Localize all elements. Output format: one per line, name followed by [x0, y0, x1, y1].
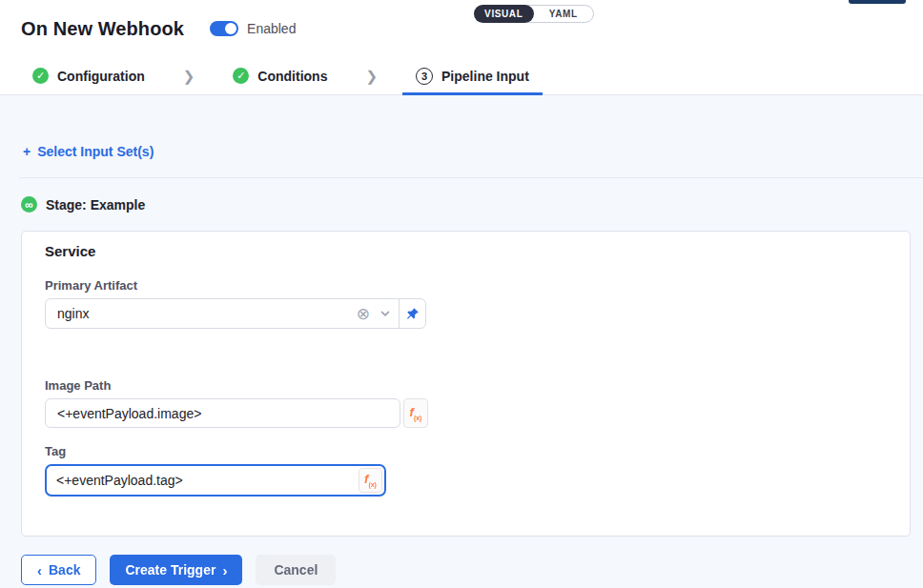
fx-icon: f(x)	[364, 473, 377, 488]
stage-header: ∞ Stage: Example	[21, 196, 923, 213]
chevron-right-icon: ❯	[329, 68, 414, 85]
cutoff-button[interactable]	[849, 0, 906, 4]
divider	[19, 177, 923, 178]
tab-label: Configuration	[57, 69, 145, 84]
primary-artifact-select[interactable]: nginx ⊗	[45, 298, 426, 329]
tag-input-group: f(x)	[45, 464, 386, 497]
wizard-tabs: ✓ Configuration ❯ ✓ Conditions ❯ 3 Pipel…	[0, 57, 923, 95]
tab-visual[interactable]: VISUAL	[474, 5, 534, 23]
pipeline-input-panel: + Select Input Set(s) ∞ Stage: Example S…	[0, 95, 923, 585]
tab-configuration[interactable]: ✓ Configuration	[31, 57, 147, 94]
chevron-left-icon: ‹	[37, 563, 42, 578]
check-icon: ✓	[233, 68, 249, 84]
tag-input[interactable]	[47, 466, 359, 495]
tab-label: Pipeline Input	[441, 69, 529, 84]
tab-label: Conditions	[257, 69, 327, 84]
title-bar: On New Webhook Enabled VISUAL YAML	[0, 0, 923, 57]
tab-conditions[interactable]: ✓ Conditions	[231, 57, 329, 94]
primary-artifact-value: nginx	[46, 306, 351, 321]
chevron-right-icon: ›	[222, 563, 227, 578]
enabled-label: Enabled	[247, 21, 296, 36]
chevron-right-icon: ❯	[147, 68, 232, 85]
pin-button[interactable]	[399, 299, 425, 328]
step-number-icon: 3	[416, 68, 433, 85]
clear-icon[interactable]: ⊗	[351, 306, 376, 322]
toggle-knob	[225, 23, 236, 34]
select-input-sets-link[interactable]: + Select Input Set(s)	[23, 144, 154, 159]
visual-yaml-switch: VISUAL YAML	[474, 5, 594, 23]
service-card: Service Primary Artifact nginx ⊗ Image P…	[21, 231, 911, 537]
tag-label: Tag	[45, 444, 887, 458]
tab-pipeline-input[interactable]: 3 Pipeline Input	[414, 57, 531, 94]
cancel-button[interactable]: Cancel	[256, 555, 336, 585]
service-heading: Service	[45, 243, 887, 259]
chevron-down-icon[interactable]	[376, 308, 399, 319]
footer-actions: ‹ Back Create Trigger › Cancel	[21, 555, 923, 585]
create-trigger-button[interactable]: Create Trigger ›	[110, 555, 242, 585]
expression-fx-button[interactable]: f(x)	[403, 398, 428, 428]
page-title: On New Webhook	[21, 18, 184, 40]
plus-icon: +	[23, 144, 31, 159]
expression-fx-button[interactable]: f(x)	[359, 468, 382, 493]
select-input-sets-label: Select Input Set(s)	[37, 144, 154, 159]
primary-artifact-label: Primary Artifact	[45, 278, 887, 293]
image-path-input[interactable]	[45, 398, 400, 428]
image-path-label: Image Path	[45, 378, 887, 393]
stage-deploy-icon: ∞	[21, 196, 37, 213]
stage-label: Stage: Example	[46, 197, 145, 213]
page-header: On New Webhook Enabled VISUAL YAML ✓ Con…	[0, 0, 923, 95]
check-icon: ✓	[32, 68, 49, 84]
back-button[interactable]: ‹ Back	[21, 555, 96, 585]
tab-yaml[interactable]: YAML	[534, 5, 594, 23]
fx-icon: f(x)	[410, 406, 422, 421]
pin-icon	[405, 307, 420, 321]
enabled-toggle[interactable]	[210, 21, 238, 36]
